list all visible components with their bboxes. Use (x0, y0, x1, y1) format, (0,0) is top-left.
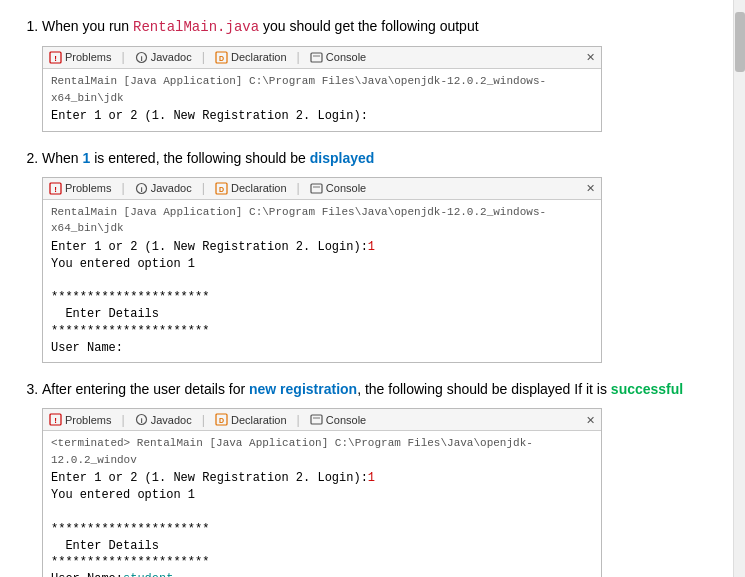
highlight-3: new registration (249, 381, 357, 397)
console-line-2-7: User Name: (51, 340, 593, 357)
console-tab-2[interactable]: Console (310, 180, 366, 197)
console-line-3-1: Enter 1 or 2 (1. New Registration 2. Log… (51, 470, 593, 487)
console-line-3-2: You entered option 1 (51, 487, 593, 504)
console-close-3[interactable]: ✕ (586, 412, 595, 429)
declaration-tab-2[interactable]: D Declaration (215, 180, 287, 197)
console-line-1-1: Enter 1 or 2 (1. New Registration 2. Log… (51, 108, 593, 125)
sep-8: | (202, 411, 205, 430)
svg-rect-22 (311, 415, 322, 424)
declaration-tab-3[interactable]: D Declaration (215, 412, 287, 429)
problems-icon-3: ! (49, 413, 62, 426)
code-filename: RentalMain.java (133, 19, 259, 35)
svg-text:!: ! (54, 416, 57, 425)
javadoc-icon-3: i (135, 413, 148, 426)
problems-tab-3[interactable]: ! Problems (49, 412, 111, 429)
svg-text:D: D (219, 55, 224, 62)
console-line-2-1: Enter 1 or 2 (1. New Registration 2. Log… (51, 239, 593, 256)
javadoc-icon: i (135, 51, 148, 64)
section-2: When 1 is entered, the following should … (42, 148, 725, 364)
console-line-2-3 (51, 272, 593, 289)
console-toolbar-1: ! Problems | i Javadoc | D Declaration |… (43, 47, 601, 69)
console-body-1: RentalMain [Java Application] C:\Program… (43, 69, 601, 131)
console-box-3: ! Problems | i Javadoc | D Declaration |… (42, 408, 602, 577)
console-toolbar-3: ! Problems | i Javadoc | D Declaration |… (43, 409, 601, 431)
javadoc-tab-3[interactable]: i Javadoc (135, 412, 192, 429)
scrollbar[interactable] (733, 0, 745, 577)
svg-rect-6 (311, 53, 322, 62)
sep-5: | (202, 179, 205, 198)
input-value-3-1: 1 (368, 471, 375, 485)
svg-text:i: i (140, 54, 142, 63)
console-line-3-5: Enter Details (51, 538, 593, 555)
console-line-2-2: You entered option 1 (51, 256, 593, 273)
svg-text:!: ! (54, 184, 57, 193)
sep-2: | (202, 48, 205, 67)
sep-4: | (121, 179, 124, 198)
console-path-1: RentalMain [Java Application] C:\Program… (51, 73, 593, 106)
highlight-2: displayed (310, 150, 375, 166)
javadoc-tab-2[interactable]: i Javadoc (135, 180, 192, 197)
console-line-2-6: ********************** (51, 323, 593, 340)
highlight-1: 1 (82, 150, 90, 166)
svg-text:i: i (140, 416, 142, 425)
console-tab-3[interactable]: Console (310, 412, 366, 429)
problems-icon: ! (49, 51, 62, 64)
declaration-icon: D (215, 51, 228, 64)
section-1-header: When you run RentalMain.java you should … (42, 16, 725, 38)
console-box-2: ! Problems | i Javadoc | D Declaration |… (42, 177, 602, 364)
javadoc-icon-2: i (135, 182, 148, 195)
scrollbar-thumb[interactable] (735, 12, 745, 72)
svg-text:D: D (219, 417, 224, 424)
input-username: student (123, 572, 173, 577)
sep-7: | (121, 411, 124, 430)
declaration-tab-1[interactable]: D Declaration (215, 49, 287, 66)
highlight-4: successful (611, 381, 683, 397)
console-line-2-4: ********************** (51, 289, 593, 306)
console-tab-1[interactable]: Console (310, 49, 366, 66)
console-close-2[interactable]: ✕ (586, 180, 595, 197)
console-body-2: RentalMain [Java Application] C:\Program… (43, 200, 601, 363)
sep-3: | (297, 48, 300, 67)
console-line-3-4: ********************** (51, 521, 593, 538)
svg-text:!: ! (54, 54, 57, 63)
console-line-3-6: ********************** (51, 554, 593, 571)
console-icon (310, 51, 323, 64)
console-path-2: RentalMain [Java Application] C:\Program… (51, 204, 593, 237)
problems-icon-2: ! (49, 182, 62, 195)
console-icon-2 (310, 182, 323, 195)
sep-9: | (297, 411, 300, 430)
declaration-icon-2: D (215, 182, 228, 195)
console-icon-3 (310, 413, 323, 426)
console-body-3: <terminated> RentalMain [Java Applicatio… (43, 431, 601, 577)
svg-text:i: i (140, 185, 142, 194)
console-toolbar-2: ! Problems | i Javadoc | D Declaration |… (43, 178, 601, 200)
sep-1: | (121, 48, 124, 67)
sep-6: | (297, 179, 300, 198)
console-path-3: <terminated> RentalMain [Java Applicatio… (51, 435, 593, 468)
svg-rect-14 (311, 184, 322, 193)
problems-tab-2[interactable]: ! Problems (49, 180, 111, 197)
section-1: When you run RentalMain.java you should … (42, 16, 725, 132)
console-close-1[interactable]: ✕ (586, 49, 595, 66)
problems-tab-1[interactable]: ! Problems (49, 49, 111, 66)
section-2-header: When 1 is entered, the following should … (42, 148, 725, 169)
console-box-1: ! Problems | i Javadoc | D Declaration |… (42, 46, 602, 132)
section-3: After entering the user details for new … (42, 379, 725, 577)
input-value-2-1: 1 (368, 240, 375, 254)
svg-text:D: D (219, 185, 224, 192)
section-3-header: After entering the user details for new … (42, 379, 725, 400)
javadoc-tab-1[interactable]: i Javadoc (135, 49, 192, 66)
console-line-3-7: User Name:student (51, 571, 593, 577)
console-line-2-5: Enter Details (51, 306, 593, 323)
console-line-3-3 (51, 504, 593, 521)
declaration-icon-3: D (215, 413, 228, 426)
